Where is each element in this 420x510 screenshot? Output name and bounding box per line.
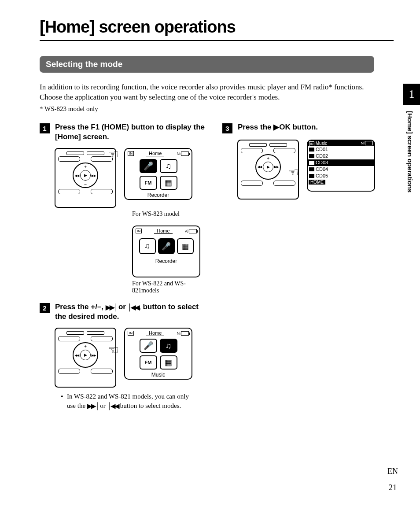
caption-822: For WS-822 and WS-821models [132,280,194,294]
pointing-hand-icon: ☜ [108,343,119,357]
list-item: CD01 [308,146,374,153]
step-3-text: Press the ▶OK button. [238,122,318,132]
step-3: 3 Press the ▶OK button. [222,122,392,133]
device-illustration-3: +–◂◂▸▸▶ ☜ [237,140,299,200]
lcd-home-822: INHomeAl ♫ 🎤 ▦ Recorder [132,225,200,277]
footer-lang: EN [387,467,398,479]
fast-forward-icon: ▶▶│ [106,303,116,312]
music-icon: ♫ [160,339,177,353]
fast-forward-icon: ▶▶│ [87,402,99,410]
lcd-home-823: INHomeNi 🎤 ♫ FM ▦ Recorder [124,148,192,200]
calendar-icon: ▦ [177,238,194,254]
footnote: * WS-823 model only [40,105,394,113]
recorder-icon: 🎤 [140,339,157,353]
note-bullet: In WS-822 and WS-821 models, you can onl… [61,392,193,410]
title-rule [40,40,394,41]
music-icon: ♫ [139,238,156,254]
intro-text: In addition to its recording function, t… [40,82,374,103]
section-heading: Selecting the mode [40,56,374,73]
page-title: [Home] screen operations [40,18,394,37]
step-2: 2 Press the +/–, ▶▶│ or │◀◀, button to s… [40,302,209,322]
step-number: 1 [40,123,50,133]
device-illustration-1: +–◂◂▸▸▶ ☜ [55,148,116,208]
pointing-hand-icon: ☜ [108,147,119,162]
list-item: CD05 [308,173,374,179]
pointing-hand-icon: ☜ [288,165,299,180]
step-number: 3 [222,123,232,133]
lcd-music-list: IN MusicNi CD01 CD02 CD03 CD04 CD05 HOME [307,140,375,192]
lcd-music-select: INHomeNi 🎤 ♫ FM ▦ Music [124,328,192,380]
fm-icon: FM [140,176,157,190]
fm-icon: FM [140,355,157,370]
step-1-text: Press the F1 (HOME) button to display th… [55,122,209,142]
music-icon: ♫ [160,159,177,173]
device-illustration-2: +–◂◂▸▸▶ ☜ [55,328,116,388]
side-heading: [Home] screen operations [406,111,414,192]
step-2-text: Press the +/–, ▶▶│ or │◀◀, button to sel… [55,302,209,322]
calendar-icon: ▦ [160,176,177,190]
recorder-icon: 🎤 [158,238,175,254]
calendar-icon: ▦ [160,355,177,370]
list-item: CD02 [308,153,374,159]
list-item: CD03 [308,159,374,166]
footer-page: 21 [387,483,398,492]
chapter-tab: 1 [403,84,420,105]
step-1: 1 Press the F1 (HOME) button to display … [40,122,209,142]
step-number: 2 [40,303,50,313]
rewind-icon: │◀◀ [128,303,139,312]
play-icon: ▶ [273,123,279,131]
caption-823: For WS-823 model [132,211,203,218]
recorder-icon: 🎤 [140,159,157,173]
list-item: CD04 [308,166,374,173]
rewind-icon: │◀◀ [107,402,118,410]
